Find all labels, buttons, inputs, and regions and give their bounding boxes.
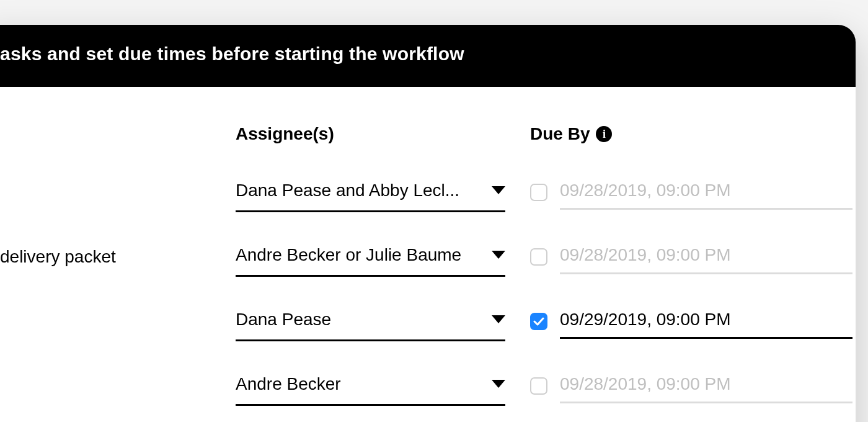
- assignee-dropdown[interactable]: Andre Becker or Julie Baume: [236, 237, 505, 277]
- assignee-value: Andre Becker or Julie Baume: [236, 245, 461, 265]
- assignee-value: Dana Pease and Abby Lecl...: [236, 181, 459, 200]
- task-column-header: [0, 124, 236, 173]
- assignee-value: Andre Becker: [236, 374, 341, 394]
- svg-marker-3: [492, 380, 505, 388]
- due-checkbox[interactable]: [530, 377, 547, 395]
- assignee-dropdown[interactable]: Dana Pease and Abby Lecl...: [236, 173, 505, 212]
- chevron-down-icon: [492, 315, 505, 324]
- due-date-value: 09/29/2019, 09:00 PM: [560, 310, 731, 330]
- due-date-value: 09/28/2019, 09:00 PM: [560, 181, 731, 200]
- due-checkbox[interactable]: [530, 184, 547, 201]
- assignee-value: Dana Pease: [236, 310, 331, 330]
- info-icon[interactable]: i: [596, 126, 612, 142]
- due-by-cell: 09/29/2019, 09:00 PM: [530, 302, 852, 341]
- dialog-header: asks and set due times before starting t…: [0, 25, 856, 87]
- assignee-column-header: Assignee(s): [236, 124, 530, 144]
- task-label: [0, 366, 236, 406]
- task-label: [0, 302, 236, 341]
- task-label-text: delivery packet: [0, 247, 116, 267]
- due-by-header-label: Due By: [530, 124, 590, 144]
- chevron-down-icon: [492, 380, 505, 388]
- assignee-dropdown[interactable]: Dana Pease: [236, 302, 505, 341]
- due-date-input[interactable]: 09/28/2019, 09:00 PM: [560, 240, 852, 274]
- due-by-cell: 09/28/2019, 09:00 PM: [530, 173, 852, 212]
- due-by-column-header: Due By i: [530, 124, 852, 144]
- due-checkbox[interactable]: [530, 313, 547, 330]
- dialog-title: asks and set due times before starting t…: [0, 43, 464, 64]
- dialog-body: Assignee(s) Due By i Dana Pease and Abby…: [0, 87, 856, 422]
- due-by-cell: 09/28/2019, 09:00 PM: [530, 366, 852, 406]
- chevron-down-icon: [492, 186, 505, 195]
- assignee-header-label: Assignee(s): [236, 124, 334, 144]
- svg-marker-1: [492, 251, 505, 259]
- dialog-window: asks and set due times before starting t…: [0, 25, 856, 422]
- task-label: delivery packet: [0, 237, 236, 277]
- due-checkbox[interactable]: [530, 248, 547, 266]
- svg-marker-2: [492, 315, 505, 323]
- task-label: [0, 173, 236, 212]
- chevron-down-icon: [492, 251, 505, 259]
- assignment-grid: Assignee(s) Due By i Dana Pease and Abby…: [0, 124, 831, 422]
- due-date-input[interactable]: 09/28/2019, 09:00 PM: [560, 369, 852, 403]
- due-date-input[interactable]: 09/29/2019, 09:00 PM: [560, 304, 852, 339]
- due-date-value: 09/28/2019, 09:00 PM: [560, 245, 731, 265]
- due-date-value: 09/28/2019, 09:00 PM: [560, 374, 731, 394]
- due-by-cell: 09/28/2019, 09:00 PM: [530, 237, 852, 277]
- due-date-input[interactable]: 09/28/2019, 09:00 PM: [560, 175, 852, 210]
- assignee-dropdown[interactable]: Andre Becker: [236, 366, 505, 406]
- svg-marker-0: [492, 186, 505, 194]
